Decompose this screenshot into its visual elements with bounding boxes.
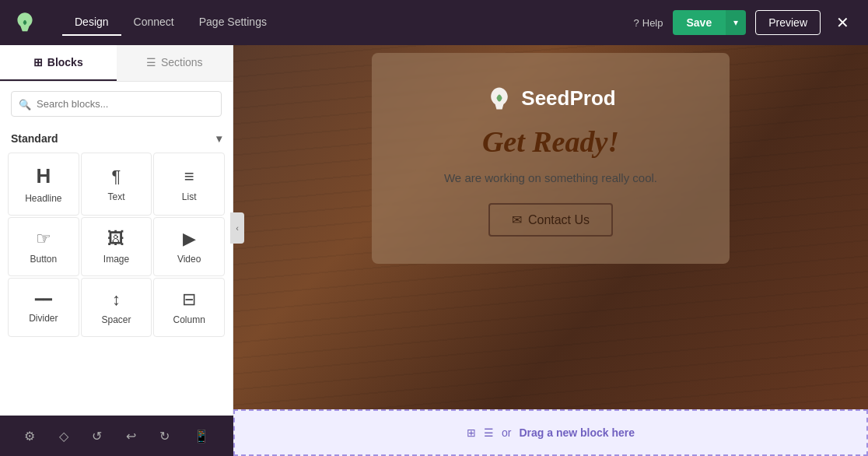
block-button-label: Button xyxy=(30,254,57,265)
canvas-area: SeedProd Get Ready! We are working on so… xyxy=(233,45,868,456)
search-icon: 🔍 xyxy=(19,98,31,110)
drop-zone[interactable]: ⊞ ☰ or Drag a new block here xyxy=(233,409,868,456)
mobile-preview-button[interactable]: 📱 xyxy=(189,424,214,448)
button-icon: ☞ xyxy=(36,229,51,249)
canvas-background: SeedProd Get Ready! We are working on so… xyxy=(233,45,868,456)
top-nav: Design Connect Page Settings ? Help Save… xyxy=(0,0,868,45)
block-video[interactable]: ▶ Video xyxy=(153,217,225,276)
panel-tabs: ⊞ Blocks ☰ Sections xyxy=(0,45,233,82)
tab-sections[interactable]: ☰ Sections xyxy=(117,45,233,81)
video-icon: ▶ xyxy=(183,229,196,249)
card-subtext: We are working on something really cool. xyxy=(444,171,657,184)
drop-or-text: or xyxy=(502,426,511,439)
block-headline-label: Headline xyxy=(25,193,61,204)
block-spacer[interactable]: ↕ Spacer xyxy=(81,278,152,337)
block-spacer-label: Spacer xyxy=(101,314,131,325)
headline-icon: H xyxy=(36,164,51,188)
block-grid: H Headline ¶ Text ≡ List ☞ Button 🖼 Imag… xyxy=(0,149,233,340)
envelope-icon: ✉ xyxy=(512,212,522,227)
help-icon: ? xyxy=(634,17,639,29)
sections-icon: ☰ xyxy=(146,56,156,68)
block-list[interactable]: ≡ List xyxy=(153,153,225,216)
block-list-label: List xyxy=(182,191,197,202)
nav-right: ? Help Save ▾ Preview ✕ xyxy=(634,10,856,35)
blocks-icon: ⊞ xyxy=(33,56,43,68)
block-video-label: Video xyxy=(177,254,201,265)
help-button[interactable]: ? Help xyxy=(634,17,663,29)
block-image[interactable]: 🖼 Image xyxy=(81,217,152,276)
panel-collapse-handle[interactable]: ‹ xyxy=(230,212,244,244)
close-button[interactable]: ✕ xyxy=(830,10,856,35)
nav-tabs: Design Connect Page Settings xyxy=(62,9,279,36)
canvas-card: SeedProd Get Ready! We are working on so… xyxy=(372,53,730,264)
chevron-down-icon[interactable]: ▾ xyxy=(216,132,222,145)
save-dropdown-button[interactable]: ▾ xyxy=(726,10,746,35)
block-column[interactable]: ⊟ Column xyxy=(153,278,225,337)
preview-button[interactable]: Preview xyxy=(755,10,821,35)
tab-design[interactable]: Design xyxy=(62,9,121,36)
search-area: 🔍 xyxy=(0,82,233,126)
card-logo: SeedProd xyxy=(485,84,615,112)
block-headline[interactable]: H Headline xyxy=(8,153,79,216)
block-column-label: Column xyxy=(173,314,205,325)
section-title: Standard xyxy=(11,132,58,145)
contact-us-label: Contact Us xyxy=(528,213,590,227)
main-area: ⊞ Blocks ☰ Sections 🔍 Standard ▾ H Headl… xyxy=(0,45,868,456)
block-text[interactable]: ¶ Text xyxy=(81,153,152,216)
block-divider[interactable]: ━━ Divider xyxy=(8,278,79,337)
save-button[interactable]: Save xyxy=(673,10,726,35)
redo-button[interactable]: ↻ xyxy=(155,424,174,448)
block-image-label: Image xyxy=(103,254,129,265)
history-button[interactable]: ↺ xyxy=(87,424,107,448)
block-text-label: Text xyxy=(107,191,124,202)
block-button[interactable]: ☞ Button xyxy=(8,217,79,276)
drop-list-icon: ☰ xyxy=(484,426,494,439)
column-icon: ⊟ xyxy=(182,289,196,310)
undo-button[interactable]: ↩ xyxy=(121,424,141,448)
app-logo xyxy=(12,10,37,35)
drop-grid-icon: ⊞ xyxy=(467,426,476,439)
search-wrap: 🔍 xyxy=(11,91,222,117)
text-icon: ¶ xyxy=(112,167,121,187)
image-icon: 🖼 xyxy=(107,229,124,249)
seedprod-logo-icon xyxy=(485,84,513,112)
card-headline: Get Ready! xyxy=(482,125,619,159)
divider-icon: ━━ xyxy=(35,291,52,308)
settings-button[interactable]: ⚙ xyxy=(19,424,40,448)
brand-name: SeedProd xyxy=(521,86,615,110)
layers-button[interactable]: ◇ xyxy=(54,424,73,448)
save-group: Save ▾ xyxy=(673,10,747,35)
tab-blocks[interactable]: ⊞ Blocks xyxy=(0,45,117,81)
tab-connect[interactable]: Connect xyxy=(121,9,187,36)
drag-block-cta[interactable]: Drag a new block here xyxy=(519,426,635,439)
block-divider-label: Divider xyxy=(29,313,58,324)
contact-us-button[interactable]: ✉ Contact Us xyxy=(488,203,613,237)
section-header: Standard ▾ xyxy=(0,126,233,149)
spacer-icon: ↕ xyxy=(112,289,121,310)
search-input[interactable] xyxy=(11,91,222,117)
list-icon: ≡ xyxy=(184,167,194,187)
bottom-toolbar: ⚙ ◇ ↺ ↩ ↻ 📱 xyxy=(0,416,233,456)
tab-page-settings[interactable]: Page Settings xyxy=(187,9,279,36)
left-panel: ⊞ Blocks ☰ Sections 🔍 Standard ▾ H Headl… xyxy=(0,45,233,456)
